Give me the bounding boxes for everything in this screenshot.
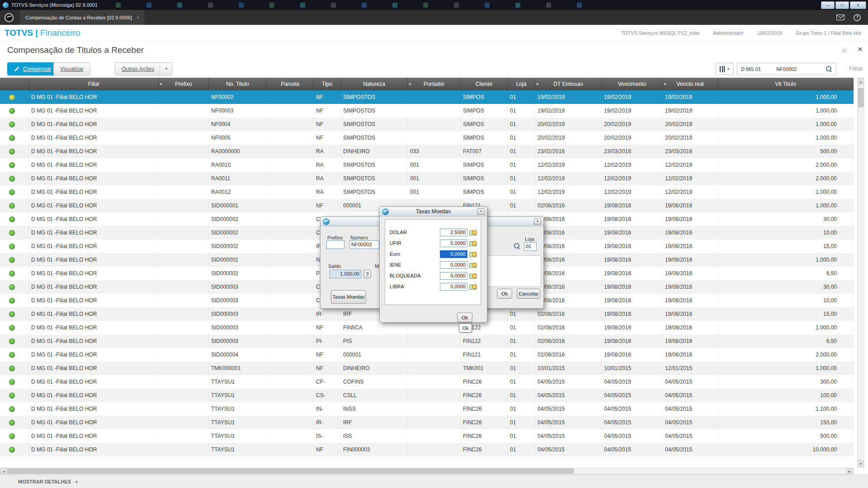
currency-input[interactable]: 0,0000 [440,283,467,291]
currency-input[interactable]: 0,0000 [440,250,467,258]
table-row[interactable]: D MG 01 -Filial BELO HORTTAYSU1IR-IRFFIN… [0,416,854,429]
table-row[interactable]: D MG 01 -Filial BELO HORNF00002NFSIMPOST… [0,90,854,104]
mostrar-detalhes-label[interactable]: MOSTRAR DETALHES [18,479,71,484]
status-dot-icon [9,433,15,439]
saldo-help-button[interactable]: ? [363,270,371,278]
table-cell: 04/05/2015 [663,443,718,456]
vertical-scroll-thumb[interactable] [858,88,863,107]
currency-label: LIBRA [390,284,440,289]
table-cell [267,443,314,456]
status-cell [0,429,29,443]
search-scope[interactable]: D MG 01 [741,66,761,72]
scroll-down-icon[interactable]: ▼ [858,460,864,467]
dialog-ok-button[interactable]: Ok [497,289,512,299]
money-icon [469,251,477,257]
horizontal-scrollbar[interactable]: ◄ ► [0,468,854,474]
floating-ok-button[interactable]: Ok [459,324,472,333]
scroll-right-icon[interactable]: ► [846,468,853,474]
dialog-close-icon[interactable]: × [534,218,541,225]
table-cell: 6,50 [718,334,854,348]
prefixo-input[interactable] [326,240,344,249]
table-row[interactable]: D MG 01 -Filial BELO HORTTAYSU1NFFIN0000… [0,443,854,456]
table-row[interactable]: D MG 01 -Filial BELO HORTTAYSU1IN-INSSFI… [0,402,854,416]
saldo-input[interactable]: 1.000,00 [330,270,361,278]
table-cell: FINC26 [461,429,508,443]
scroll-up-icon[interactable]: ▲ [858,78,864,85]
table-cell: D MG 01 -Filial BELO HOR [29,267,159,280]
brand-totvs: TOTVS | [5,28,38,38]
column-header[interactable]: Prefixo [159,78,209,90]
table-row[interactable]: D MG 01 -Filial BELO HORSID000003PI-PISF… [0,334,854,348]
minimize-button[interactable]: – [821,1,835,9]
gear-icon[interactable] [841,47,848,54]
table-row[interactable]: D MG 01 -Filial BELO HORTTAYSU1IS-ISSFIN… [0,429,854,443]
outras-acoes-label: Outras Ações [122,66,154,72]
table-row[interactable]: D MG 01 -Filial BELO HORRA0000000RADINHE… [0,145,854,158]
table-cell: 12/02/2019 [602,158,663,172]
mail-icon[interactable] [836,14,844,20]
table-cell: RA0011 [209,172,267,185]
taxas-moedas-button[interactable]: Taxas Moedas [331,290,366,304]
column-header[interactable]: Filial [29,78,159,90]
table-row[interactable]: D MG 01 -Filial BELO HORNF00003NFSIMPOST… [0,104,854,117]
outras-acoes-button[interactable]: Outras Ações ▼ [115,62,172,75]
column-header[interactable]: Vencimento [602,78,663,90]
search-value[interactable]: NF00002 [776,66,797,72]
table-row[interactable]: D MG 01 -Filial BELO HORNF0004NFSIMPOSTO… [0,117,854,131]
table-row[interactable]: D MG 01 -Filial BELO HORRA0010RASIMPOSTO… [0,158,854,172]
table-cell: 19/08/2016 [663,307,718,321]
filtrar-label[interactable]: Filtrar [849,66,863,72]
currency-input[interactable]: 0,0000 [440,261,467,269]
page-close-icon[interactable]: × [858,44,863,54]
dialog-cancelar-button[interactable]: Cancelar [517,289,540,299]
tab-compensacao[interactable]: Compensação de Contas a Receber [02.9.00… [20,10,145,25]
table-cell [267,212,314,226]
table-row[interactable]: D MG 01 -Filial BELO HORSID000003NFFIN5C… [0,321,854,334]
maximize-button[interactable]: □ [835,1,849,9]
column-config-button[interactable]: ▼ [716,63,734,75]
tab-close-icon[interactable]: × [137,15,139,20]
horizontal-scroll-thumb[interactable] [8,469,574,474]
compensar-button[interactable]: Compensar [7,62,58,75]
column-header[interactable]: No. Titulo [209,78,267,90]
column-header[interactable]: Cliente [461,78,508,90]
chevron-up-icon[interactable]: ▲ [75,479,78,483]
vertical-scrollbar[interactable]: ▲ ▼ [857,78,864,468]
dialog-close-icon[interactable]: × [477,208,485,215]
currency-input[interactable]: 5,0000 [440,239,467,247]
column-header[interactable]: DT Emissao [535,78,602,90]
table-cell: 001 [408,172,461,185]
table-row[interactable]: D MG 01 -Filial BELO HORTTAYSU1CS-CSLLFI… [0,389,854,402]
column-header[interactable]: Parcela [267,78,314,90]
column-header[interactable]: Natureza [341,78,408,90]
table-cell: 01 [508,307,535,321]
help-icon[interactable]: ? [854,14,861,21]
column-header[interactable] [0,78,29,90]
search-icon[interactable] [826,66,832,72]
taxas-ok-button[interactable]: Ok [457,313,472,322]
window-close-button[interactable]: × [850,1,866,9]
numero-input[interactable]: NF00002 [349,240,379,249]
table-cell: D MG 01 -Filial BELO HOR [29,239,159,253]
table-row[interactable]: D MG 01 -Filial BELO HORTTAYSU1CF-COFINS… [0,375,854,389]
tab-label: Compensação de Contas a Receber [02.9.00… [25,15,132,20]
loja-input[interactable]: 01 [524,242,537,251]
table-row[interactable]: D MG 01 -Filial BELO HORTMK000001NFDINHE… [0,361,854,375]
table-row[interactable]: D MG 01 -Filial BELO HORRA0011RASIMPOSTO… [0,172,854,185]
table-row[interactable]: D MG 01 -Filial BELO HORNF0005NFSIMPOSTO… [0,131,854,145]
column-header[interactable]: Loja [508,78,535,90]
column-header[interactable]: Tipo [314,78,341,90]
search-input[interactable]: D MG 01 NF00002 [737,63,836,75]
currency-input[interactable]: 2,5000 [440,229,467,236]
column-header[interactable]: Vencto real [663,78,718,90]
scroll-left-icon[interactable]: ◄ [0,468,8,474]
table-row[interactable]: D MG 01 -Filial BELO HORSID000004NF00000… [0,348,854,361]
column-header[interactable]: Portador [408,78,461,90]
dialog-title-bar[interactable]: Taxas Moedas × [380,207,487,216]
currency-input[interactable]: 0,0000 [440,272,467,280]
visualizar-button[interactable]: Visualizar [53,62,90,75]
loja-search-icon[interactable] [514,243,520,249]
table-row[interactable]: D MG 01 -Filial BELO HORRA0012RASIMPOSTO… [0,185,854,199]
column-header[interactable]: Vlr.Titulo [718,78,854,90]
table-cell: 19/08/2016 [663,253,718,267]
